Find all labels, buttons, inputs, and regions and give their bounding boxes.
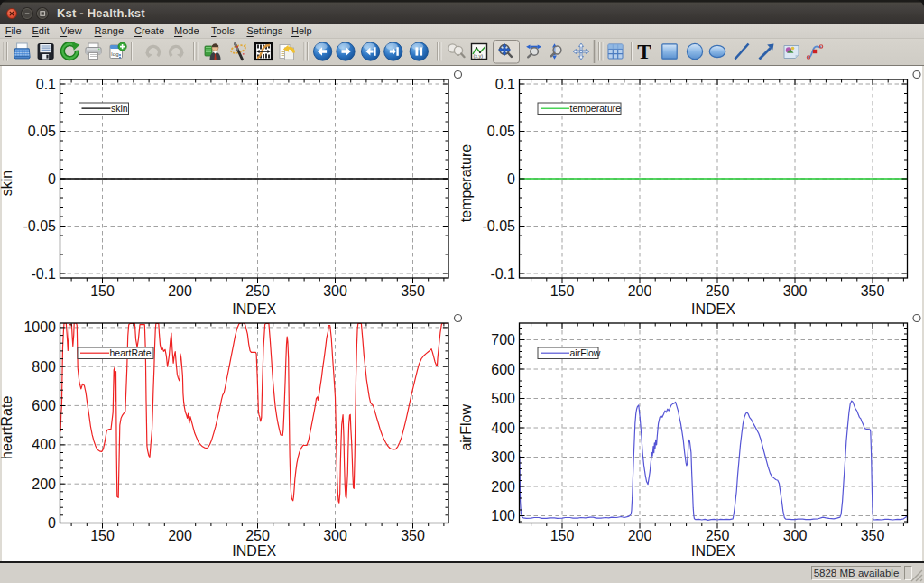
svg-text:0.05: 0.05 (28, 124, 56, 139)
svg-text:700: 700 (491, 332, 515, 347)
svg-text:200: 200 (628, 283, 652, 299)
svg-text:350: 350 (401, 283, 425, 299)
svg-text:INDEX: INDEX (691, 543, 735, 559)
svg-text:100: 100 (491, 508, 515, 523)
svg-text:skin: skin (0, 171, 14, 196)
svg-text:150: 150 (550, 283, 575, 299)
svg-text:temperature: temperature (458, 144, 474, 222)
svg-text:300: 300 (783, 283, 808, 299)
svg-text:400: 400 (491, 421, 515, 436)
svg-text:-0.05: -0.05 (483, 218, 516, 234)
svg-text:-0.05: -0.05 (23, 218, 57, 234)
svg-text:0: 0 (48, 171, 56, 187)
svg-text:airFlow: airFlow (458, 404, 474, 451)
svg-text:300: 300 (491, 449, 515, 465)
svg-text:airFlow: airFlow (570, 347, 601, 358)
svg-text:0.1: 0.1 (495, 77, 515, 92)
svg-text:250: 250 (245, 283, 270, 299)
svg-text:600: 600 (491, 362, 515, 377)
svg-text:350: 350 (401, 528, 425, 543)
svg-text:200: 200 (168, 528, 192, 543)
svg-text:temperature: temperature (570, 103, 622, 114)
svg-text:-0.1: -0.1 (31, 266, 56, 282)
svg-text:350: 350 (861, 528, 885, 543)
svg-text:INDEX: INDEX (232, 543, 276, 559)
svg-text:0.05: 0.05 (487, 124, 515, 139)
svg-text:250: 250 (706, 283, 730, 299)
svg-text:150: 150 (90, 283, 115, 299)
svg-text:150: 150 (550, 528, 575, 543)
svg-text:(x,y): (x,y) (474, 53, 484, 59)
svg-text:600: 600 (32, 398, 56, 413)
svg-text:300: 300 (783, 528, 808, 543)
svg-text:heartRate: heartRate (0, 396, 14, 459)
svg-text:200: 200 (32, 477, 56, 492)
svg-text:0.1: 0.1 (36, 77, 56, 92)
svg-text:log: log (111, 51, 119, 57)
svg-text:250: 250 (706, 528, 730, 543)
svg-text:skin: skin (111, 103, 128, 114)
svg-text:-0.1: -0.1 (490, 266, 515, 282)
svg-text:0: 0 (48, 515, 56, 531)
svg-text:350: 350 (861, 283, 885, 299)
svg-text:150: 150 (90, 528, 115, 543)
svg-text:INDEX: INDEX (232, 301, 276, 317)
svg-text:800: 800 (32, 359, 56, 375)
svg-text:300: 300 (323, 528, 347, 543)
svg-text:250: 250 (245, 528, 270, 543)
svg-text:0: 0 (507, 171, 515, 187)
svg-text:200: 200 (628, 528, 652, 543)
svg-text:300: 300 (323, 283, 347, 299)
svg-text:400: 400 (32, 437, 56, 452)
svg-text:heartRate: heartRate (110, 347, 152, 358)
svg-text:200: 200 (168, 283, 192, 299)
svg-text:INDEX: INDEX (691, 301, 735, 317)
svg-text:200: 200 (491, 479, 515, 495)
svg-text:T: T (637, 41, 651, 63)
svg-text:1000: 1000 (23, 319, 56, 335)
svg-text:500: 500 (491, 391, 515, 406)
